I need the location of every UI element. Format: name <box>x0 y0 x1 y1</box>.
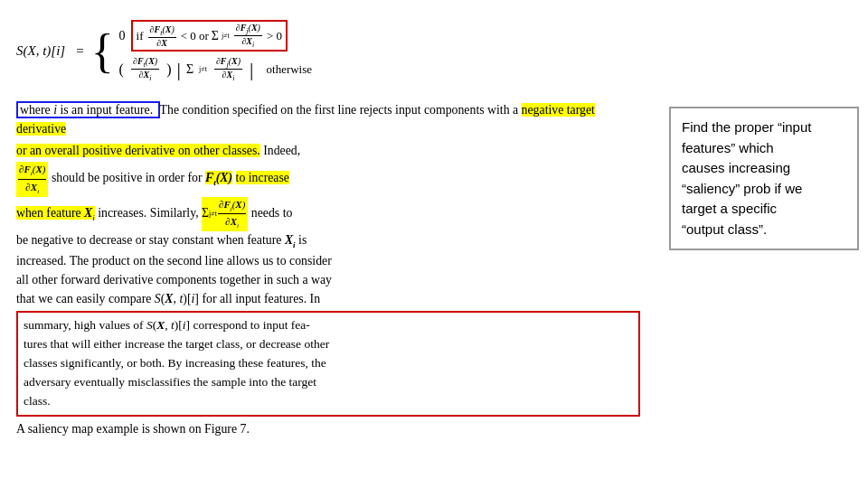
small-num: ∂Ft(X) <box>18 162 46 180</box>
where-line: where i is an input feature. The conditi… <box>16 101 640 139</box>
case1-condition-box: if ∂Ft(X) ∂X < 0 or Σj≠t ∂Fj(X) ∂Xi > 0 <box>131 20 288 52</box>
annotation-box: Find the proper “input features” which c… <box>669 107 859 250</box>
lt-zero: < 0 <box>181 29 196 43</box>
frac-denominator-3: ∂Xi <box>137 70 154 82</box>
highlight-sum-frac: Σj≠t ∂Fj(X) ∂Xi <box>202 197 248 232</box>
case2-close-paren: ) <box>166 61 171 78</box>
gt-zero: > 0 <box>267 29 282 43</box>
small-frac-dfj: ∂Fj(X) ∂Xi <box>218 197 246 232</box>
small-num-2: ∂Fj(X) <box>218 197 246 215</box>
frac-denominator-1: ∂X <box>155 38 169 48</box>
frac-dft-dx: ∂Ft(X) ∂X <box>148 24 176 48</box>
annotation-line2: features” which <box>682 140 774 155</box>
needs-to-text: needs to <box>251 206 293 220</box>
formula-section: S(X, t)[i] = { 0 if ∂Ft(X) ∂X < 0 or Σj≠ <box>16 20 649 82</box>
annotation-line6: “output class”. <box>682 221 767 237</box>
if-keyword: if <box>137 29 144 43</box>
formula-equals: = <box>76 43 83 59</box>
increases-text: increases. Similarly, <box>98 206 202 220</box>
line7: all other forward derivative components … <box>16 271 640 290</box>
frac-numerator-1: ∂Ft(X) <box>148 24 176 38</box>
bottom-text-line: A saliency map example is shown on Figur… <box>16 420 640 439</box>
s-ref-1: S <box>155 292 161 305</box>
or-keyword: or <box>199 29 209 43</box>
summary-box: summary, high values of S(X, t)[i] corre… <box>16 311 640 417</box>
small-den-2: ∂Xi <box>224 214 240 231</box>
should-be-text: should be positive in order for <box>52 171 205 184</box>
formula-lhs: S(X, t)[i] <box>16 43 65 59</box>
line8: that we can easily compare S(X, t)[i] fo… <box>16 290 640 309</box>
where-blue-box: where i is an input feature. <box>16 101 160 118</box>
where-text: where i is an input feature. <box>20 103 153 117</box>
s-ref-2: S <box>146 318 153 332</box>
formula-case2: ( ∂Ft(X) ∂Xi ) | Σj≠t ∂Fj(X) ∂Xi | other… <box>119 56 312 82</box>
frac-denominator-2: ∂Xi <box>240 36 256 49</box>
highlight-ft-x: Ft(X) <box>205 171 232 184</box>
otherwise-label: otherwise <box>267 62 313 77</box>
to-increase-text: to increase <box>236 171 289 184</box>
abs-close: | <box>250 58 253 81</box>
sum-subscript-2: j≠t <box>199 65 207 73</box>
xi-ref: Xi <box>285 233 296 247</box>
sum-symbol-2: Σ <box>186 62 193 77</box>
frac-dft-dxi: ∂Ft(X) ∂Xi <box>131 56 159 82</box>
line2: or an overall positive derivative on oth… <box>16 142 640 161</box>
annotation-line4: “saliency” prob if we <box>682 181 802 196</box>
line4: when feature Xi increases. Similarly, Σj… <box>16 197 640 232</box>
annotation-line5: target a specific <box>682 201 777 216</box>
line5: be negative to decrease or stay constant… <box>16 231 640 251</box>
highlight-when-feature: when feature Xi <box>16 206 95 220</box>
small-den: ∂Xi <box>24 180 40 197</box>
text-block: where i is an input feature. The conditi… <box>16 101 640 439</box>
sum-symbol-1: Σ <box>212 29 219 43</box>
formula-case1: 0 if ∂Ft(X) ∂X < 0 or Σj≠t ∂Fj(X) ∂Xi <box>119 20 312 52</box>
sum-subscript-1: j≠t <box>222 32 230 40</box>
case1-zero: 0 <box>119 29 126 43</box>
frac-numerator-3: ∂Ft(X) <box>131 56 159 70</box>
frac-denominator-4: ∂Xi <box>221 70 237 82</box>
line6: increased. The product on the second lin… <box>16 252 640 271</box>
indeed-text: Indeed, <box>263 144 300 157</box>
brace-symbol: { <box>91 28 114 75</box>
frac-dfj-dxi-2: ∂Fj(X) ∂Xi <box>214 56 242 82</box>
highlight-frac: ∂Ft(X) ∂Xi <box>16 162 48 197</box>
main-container: S(X, t)[i] = { 0 if ∂Ft(X) ∂X < 0 or Σj≠ <box>0 0 868 488</box>
frac-numerator-2: ∂Fj(X) <box>234 23 262 36</box>
annotation-line1: Find the proper “input <box>682 119 811 135</box>
line3: ∂Ft(X) ∂Xi should be positive in order f… <box>16 162 640 197</box>
formula-cases: 0 if ∂Ft(X) ∂X < 0 or Σj≠t ∂Fj(X) ∂Xi <box>118 20 312 82</box>
highlight-positive-deriv: or an overall positive derivative on oth… <box>16 144 260 157</box>
small-frac-dft: ∂Ft(X) ∂Xi <box>18 162 46 197</box>
frac-dfj-dxi: ∂Fj(X) ∂Xi <box>234 23 262 49</box>
abs-open: | <box>176 58 180 81</box>
frac-numerator-4: ∂Fj(X) <box>214 56 242 70</box>
case2-open-paren: ( <box>119 61 124 78</box>
annotation-line3: causes increasing <box>682 160 790 175</box>
